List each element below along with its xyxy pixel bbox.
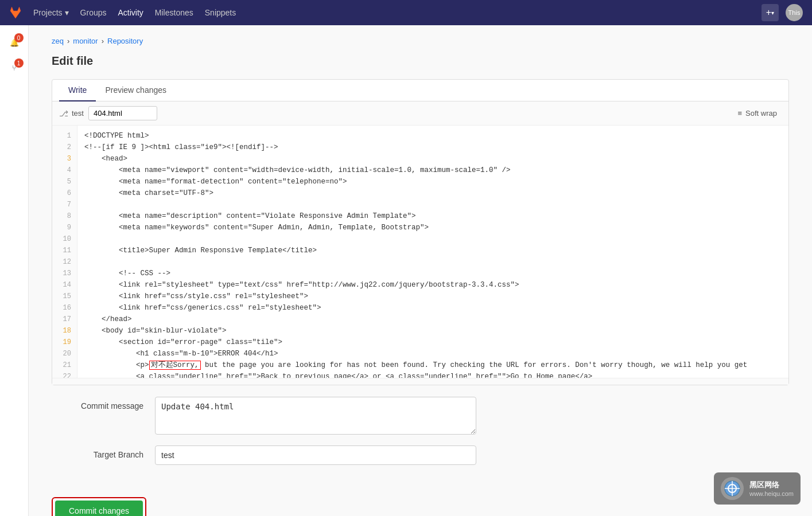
line-number: 7 [52,199,77,210]
code-line: <meta charset="UTF-8"> [77,187,788,199]
chevron-down-icon: ▾ [65,8,69,17]
watermark-icon [724,480,741,497]
nav-snippets[interactable]: Snippets [205,8,236,17]
code-line [77,256,788,268]
branch-name: test [72,109,84,118]
line-number: 11 [52,245,77,256]
soft-wrap-label: Soft wrap [745,109,777,118]
main-content: zeq › monitor › Repository Edit file Wri… [29,25,812,516]
commit-message-input-wrap: Update 404.html [155,397,476,436]
line-number: 8 [52,210,77,222]
line-number: 1 [52,130,77,142]
top-navigation: Projects ▾ Groups Activity Milestones Sn… [0,0,812,25]
editor-container: Write Preview changes ⎇ test ≡ Soft wrap… [52,79,789,385]
target-branch-input[interactable] [155,445,476,465]
line-number: 4 [52,165,77,176]
nav-projects[interactable]: Projects ▾ [33,8,69,17]
target-branch-label: Target Branch [52,445,143,459]
breadcrumb-user[interactable]: zeq [52,37,64,45]
user-avatar[interactable]: This [786,4,803,21]
code-line: <!DOCTYPE html> [77,130,788,142]
commit-changes-button[interactable]: Commit changes [55,501,143,516]
line-number: 2 [52,142,77,153]
branch-indicator: ⎇ test [59,109,84,118]
code-line: </head> [77,314,788,325]
filename-input[interactable] [88,106,157,120]
new-item-button[interactable]: + ▾ [762,4,779,21]
line-number: 22 [52,371,77,378]
code-line: <!-- CSS --> [77,268,788,279]
line-number: 5 [52,176,77,187]
code-line: <head> [77,153,788,165]
code-line: <link href="css/style.css" rel="styleshe… [77,291,788,302]
target-branch-row: Target Branch [52,445,789,465]
horizontal-scrollbar[interactable] [52,378,788,385]
commit-message-row: Commit message Update 404.html [52,397,789,436]
line-number: 17 [52,314,77,325]
line-number: 19 [52,337,77,348]
commit-form: Commit message Update 404.html Target Br… [52,385,789,486]
highlighted-text: 对不起Sorry, [149,361,201,370]
tab-preview[interactable]: Preview changes [96,80,176,101]
nav-right-area: + ▾ This [762,4,803,21]
line-number: 12 [52,256,77,268]
code-line: <!--[if IE 9 ]><html class="ie9"><![endi… [77,142,788,153]
nav-groups[interactable]: Groups [80,8,107,17]
commit-area: Commit changes [52,486,789,516]
line-number: 9 [52,222,77,233]
tab-write[interactable]: Write [59,80,96,101]
code-line: <link rel="stylesheet" type="text/css" h… [77,279,788,291]
line-number: 18 [52,325,77,337]
code-line: <h1 class="m-b-10">ERROR 404</h1> [77,348,788,359]
breadcrumb-page[interactable]: Repository [107,37,143,45]
line-number: 16 [52,302,77,314]
soft-wrap-button[interactable]: ≡ Soft wrap [733,107,782,120]
gitlab-logo-icon [9,6,22,19]
commit-message-input[interactable]: Update 404.html [155,397,476,435]
line-number: 10 [52,233,77,245]
commit-button-wrapper: Commit changes [52,497,146,516]
page-title: Edit file [52,54,789,68]
breadcrumb-sep2: › [102,37,104,45]
code-line: <meta name="keywords" content="Super Adm… [77,222,788,233]
left-sidebar: 🔔 0 ⑂ 1 [0,25,29,516]
sidebar-notifications[interactable]: 🔔 0 [4,32,25,53]
line-numbers: 1234567891011121314151617181920212223242… [52,126,77,378]
sidebar-merge-requests[interactable]: ⑂ 1 [4,57,25,78]
nav-logo[interactable] [9,6,22,19]
line-number: 13 [52,268,77,279]
editor-tabs: Write Preview changes [52,80,788,101]
line-number: 14 [52,279,77,291]
code-line: <meta name="format-detection" content="t… [77,176,788,187]
line-number: 20 [52,348,77,359]
code-editor[interactable]: 1234567891011121314151617181920212223242… [52,126,788,378]
editor-toolbar: ⎇ test ≡ Soft wrap [52,101,788,126]
branch-icon: ⎇ [59,109,68,118]
chevron-down-icon-small: ▾ [771,10,774,16]
target-branch-input-wrap [155,445,476,465]
code-line: <meta name="description" content="Violat… [77,210,788,222]
commit-message-label: Commit message [52,397,143,411]
nav-activity[interactable]: Activity [118,8,143,17]
nav-milestones[interactable]: Milestones [155,8,193,17]
line-number: 15 [52,291,77,302]
breadcrumb-project[interactable]: monitor [73,37,98,45]
code-line: <meta name="viewport" content="width=dev… [77,165,788,176]
line-number: 21 [52,359,77,371]
code-line: <a class="underline" href="">Back to pre… [77,371,788,378]
line-number: 6 [52,187,77,199]
code-line [77,199,788,210]
watermark: 黑区网络 www.heiqu.com [714,472,801,505]
line-number: 3 [52,153,77,165]
code-line: <body id="skin-blur-violate"> [77,325,788,337]
code-line [77,233,788,245]
breadcrumb-sep1: › [67,37,69,45]
code-line: <section id="error-page" class="tile"> [77,337,788,348]
breadcrumb: zeq › monitor › Repository [52,37,789,45]
watermark-logo [721,477,744,500]
code-content[interactable]: <!DOCTYPE html><!--[if IE 9 ]><html clas… [77,126,788,378]
wrap-icon: ≡ [737,109,742,118]
code-line: <title>Super Admin Responsive Template</… [77,245,788,256]
watermark-text: 黑区网络 www.heiqu.com [749,480,794,497]
code-line: <p>对不起Sorry, but the page you are lookin… [77,359,788,371]
